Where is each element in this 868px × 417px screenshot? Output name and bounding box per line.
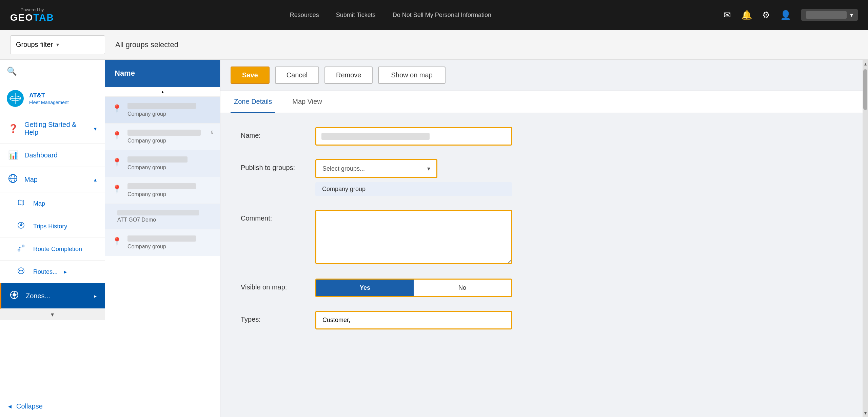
chevron-down-icon: ▾ [94, 126, 97, 132]
groups-filter-label: Groups filter [16, 41, 53, 49]
sidebar-item-map[interactable]: Map ▴ [0, 167, 105, 192]
scroll-thumb[interactable] [863, 69, 867, 110]
sidebar-item-route-completion[interactable]: Route Completion [0, 238, 105, 261]
top-navigation: Powered by GEOTAB Resources Submit Ticke… [0, 0, 868, 30]
all-groups-text: All groups selected [115, 40, 178, 49]
submit-tickets-link[interactable]: Submit Tickets [336, 12, 376, 19]
visible-no-button[interactable]: No [414, 280, 511, 296]
name-input[interactable] [315, 127, 512, 146]
company-info: AT&T Fleet Management [29, 92, 69, 105]
zone-item-info: Company group [127, 156, 213, 171]
zone-list-item[interactable]: 📍 Company group [105, 97, 220, 124]
sidebar-sub-label: Map [33, 200, 45, 207]
save-button[interactable]: Save [231, 67, 270, 84]
zone-pin-icon: 📍 [112, 237, 122, 246]
zone-item-sub-label: Company group [127, 165, 166, 170]
zone-list-item[interactable]: ATT GO7 Demo [105, 204, 220, 229]
sidebar-item-zones[interactable]: Zones... ▸ [0, 283, 105, 309]
svg-point-10 [20, 224, 22, 226]
zone-item-name-blur [127, 103, 196, 109]
bell-icon[interactable]: 🔔 [741, 10, 752, 20]
comment-field [315, 210, 842, 265]
zone-list-items: 📍 Company group 📍 Company group 6 📍 [105, 97, 220, 417]
zone-details-toolbar: Save Cancel Remove Show on map [220, 60, 863, 91]
form-row-comment: Comment: [241, 210, 842, 265]
sidebar-sub-label: Routes... [33, 268, 58, 276]
do-not-sell-link[interactable]: Do Not Sell My Personal Information [393, 12, 491, 19]
publish-field: Select groups... ▾ Company group [315, 159, 842, 196]
zone-item-info: Company group [127, 183, 213, 197]
sidebar-item-help[interactable]: ❓ Getting Started & Help ▾ [0, 114, 105, 144]
sidebar-item-label: Zones... [26, 292, 88, 300]
nav-left: Powered by GEOTAB [10, 7, 58, 23]
scroll-up-icon[interactable]: ▴ [864, 61, 867, 67]
zone-list-item[interactable]: 📍 Company group [105, 229, 220, 256]
scroll-down-arrow[interactable]: ▾ [51, 311, 54, 318]
zone-pin-icon: 📍 [112, 104, 122, 114]
right-scrollbar[interactable]: ▴ ▾ [863, 60, 868, 417]
collapse-label: Collapse [16, 402, 43, 410]
sidebar-scroll-down[interactable]: ▾ [0, 309, 105, 320]
svg-point-17 [13, 293, 16, 297]
types-input[interactable] [315, 311, 512, 329]
sidebar-item-map-sub[interactable]: Map [0, 192, 105, 215]
zone-item-name-blur [127, 183, 196, 189]
group-tag: Company group [315, 182, 512, 196]
main-container: 🔍 AT&T Fleet Management ❓ Getting Starte… [0, 60, 868, 417]
zone-pin-icon: 📍 [112, 131, 122, 140]
sidebar: 🔍 AT&T Fleet Management ❓ Getting Starte… [0, 60, 105, 417]
chevron-right-icon: ▸ [94, 293, 97, 299]
cancel-button[interactable]: Cancel [275, 67, 319, 84]
visible-yes-button[interactable]: Yes [316, 280, 414, 296]
zone-list-item[interactable]: 📍 Company group [105, 150, 220, 177]
user-dropdown[interactable]: ▾ [801, 9, 858, 21]
routes-icon [17, 267, 27, 277]
visible-label: Visible on map: [241, 279, 315, 291]
comment-textarea[interactable] [315, 210, 512, 264]
mail-icon[interactable]: ✉ [724, 10, 731, 20]
zone-item-info: Company group [127, 235, 213, 250]
sidebar-item-routes[interactable]: Routes... ▸ [0, 261, 105, 283]
zone-item-info: ATT GO7 Demo [117, 210, 213, 223]
zone-list-panel: Name ▴ 📍 Company group 📍 Company group [105, 60, 220, 417]
user-icon[interactable]: 👤 [780, 10, 791, 20]
select-groups-dropdown[interactable]: Select groups... ▾ [315, 159, 437, 178]
zone-item-extra: 6 [211, 130, 213, 135]
groups-filter-chevron: ▾ [56, 41, 59, 48]
form-row-types: Types: [241, 311, 842, 329]
select-groups-chevron-icon: ▾ [427, 165, 430, 172]
zone-details-tabs: Zone Details Map View [220, 91, 863, 113]
zone-details-content: Name: Publish to groups: Select groups..… [220, 113, 863, 417]
scroll-down-icon[interactable]: ▾ [864, 410, 867, 416]
sidebar-item-label: Getting Started & Help [24, 121, 88, 136]
company-subtitle: Fleet Management [29, 100, 69, 105]
visible-toggle: Yes No [315, 279, 512, 297]
zone-list-item[interactable]: 📍 Company group [105, 177, 220, 204]
scroll-up-arrow[interactable]: ▴ [161, 89, 164, 94]
types-label: Types: [241, 311, 315, 323]
map-parent-icon [8, 174, 18, 185]
zone-list-item[interactable]: 📍 Company group 6 [105, 124, 220, 150]
svg-point-12 [22, 245, 24, 247]
svg-point-15 [22, 270, 23, 271]
show-on-map-button[interactable]: Show on map [378, 67, 445, 84]
sidebar-item-trips-history[interactable]: Trips History [0, 215, 105, 238]
tab-map-view[interactable]: Map View [289, 91, 325, 113]
powered-by: Powered by GEOTAB [10, 7, 54, 23]
zone-list-scroll-top[interactable]: ▴ [105, 87, 220, 97]
remove-button[interactable]: Remove [324, 67, 373, 84]
groups-filter-button[interactable]: Groups filter ▾ [10, 35, 105, 54]
tab-zone-details[interactable]: Zone Details [231, 91, 275, 113]
comment-label: Comment: [241, 210, 315, 222]
gear-icon[interactable]: ⚙ [762, 10, 770, 20]
zone-item-sub-label: Company group [127, 244, 166, 249]
company-logo-section: AT&T Fleet Management [0, 83, 105, 114]
chevron-up-icon: ▴ [94, 176, 97, 183]
sidebar-collapse[interactable]: ◂ Collapse [0, 395, 105, 417]
form-row-visible: Visible on map: Yes No [241, 279, 842, 297]
sidebar-item-dashboard[interactable]: 📊 Dashboard [0, 144, 105, 167]
dropdown-chevron: ▾ [850, 11, 853, 19]
search-icon[interactable]: 🔍 [7, 67, 17, 76]
resources-link[interactable]: Resources [290, 12, 319, 19]
form-row-publish: Publish to groups: Select groups... ▾ Co… [241, 159, 842, 196]
